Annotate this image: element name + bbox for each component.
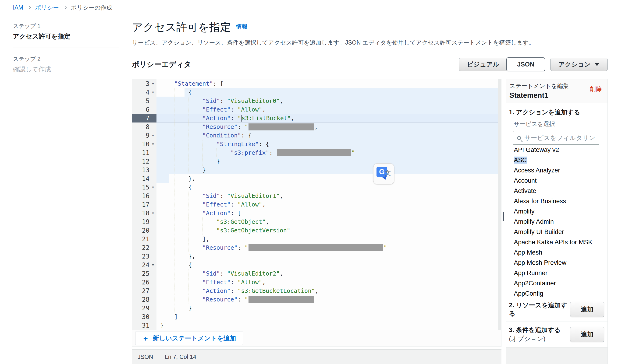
code-line[interactable]: 26"Effect": "Allow", [132,278,501,286]
info-link[interactable]: 情報 [236,23,247,30]
fold-icon[interactable]: ▾ [150,79,156,88]
service-list-items: API Gateway v2ASCAccess AnalyzerAccountA… [514,148,607,297]
code-line-content: "Action": "s3:ListBucket", [156,114,501,122]
service-list-item[interactable]: Amplify Admin [514,217,607,227]
code-line[interactable]: 6"Effect": "Allow", [132,105,501,114]
code-line[interactable]: 28"Resource": " [132,295,501,304]
add-resources-title: 2. リソースを追加する [509,301,570,318]
add-resources-button[interactable]: 追加 [570,302,604,317]
code-line[interactable]: 4▾{ [132,88,501,97]
line-number-gutter: 20 [132,226,156,235]
code-line[interactable]: 25"Sid": "VisualEditor2", [132,269,501,278]
code-line[interactable]: 5"Sid": "VisualEditor0", [132,97,501,105]
code-line-content: "Action": "s3:GetBucketLocation", [156,286,501,295]
line-number-gutter: 27 [132,286,156,295]
editor-mode-controls: ビジュアル JSON アクション [459,57,608,71]
add-conditions-title-main: 3. 条件を追加する [509,326,561,333]
line-number-gutter: 5 [132,97,156,105]
breadcrumb-link-iam[interactable]: IAM [13,4,23,11]
tab-visual[interactable]: ビジュアル [459,58,507,71]
breadcrumb-link-policies[interactable]: ポリシー [35,4,59,12]
service-list-item[interactable]: App Mesh Preview [514,258,607,268]
service-name: Amplify UI Builder [514,228,564,235]
service-name: Account [514,177,537,184]
line-number-gutter: 3▾ [132,79,156,88]
service-list-item[interactable]: Account [514,175,607,186]
code-line[interactable]: 15▾{ [132,183,501,192]
code-line[interactable]: 20"s3:GetObjectVersion" [132,226,501,235]
line-number-gutter: 28 [132,295,156,304]
service-list-item[interactable]: App Mesh [514,247,607,258]
fold-icon[interactable]: ▾ [150,88,156,97]
service-list-item[interactable]: App2Container [514,278,607,288]
editor-vertical-scrollbar[interactable] [498,79,501,330]
service-list-item[interactable]: App Runner [514,268,607,278]
code-line-content: "s3:prefix": " [156,148,501,157]
service-list-item[interactable]: API Gateway v2 [514,148,607,155]
code-area[interactable]: 3▾"Statement": [4▾{5"Sid": "VisualEditor… [132,79,501,330]
add-statement-button[interactable]: ＋ 新しいステートメントを追加 [135,332,243,345]
service-list-item[interactable]: Apache Kafka APIs for MSK [514,237,607,247]
code-line[interactable]: 12} [132,157,501,166]
service-list[interactable]: API Gateway v2ASCAccess AnalyzerAccountA… [506,148,607,297]
actions-dropdown-button[interactable]: アクション [550,58,608,71]
fold-icon[interactable]: ▾ [150,183,156,192]
add-statement-label: 新しいステートメントを追加 [153,334,236,342]
service-list-item[interactable]: Activate [514,186,607,196]
code-line[interactable]: 22"Resource": "" [132,243,501,252]
service-name: Apache Kafka APIs for MSK [514,239,592,246]
line-number-gutter: 15▾ [132,183,156,192]
code-line[interactable]: 9▾"Condition": { [132,131,501,140]
code-line[interactable]: 16"Sid": "VisualEditor1", [132,192,501,200]
breadcrumb-chevron-icon [27,6,31,10]
code-line[interactable]: 13} [132,166,501,174]
service-list-item[interactable]: Amplify UI Builder [514,227,607,237]
code-line[interactable]: 27"Action": "s3:GetBucketLocation", [132,286,501,295]
code-line-content: "Sid": "VisualEditor1", [156,192,501,200]
code-line[interactable]: 10▾"StringLike": { [132,140,501,148]
code-line[interactable]: 3▾"Statement": [ [132,79,501,88]
fold-icon[interactable]: ▾ [150,131,156,140]
service-list-item[interactable]: Access Analyzer [514,165,607,175]
code-line[interactable]: 14}, [132,174,501,183]
line-number-gutter: 12 [132,157,156,166]
service-list-item[interactable]: AppConfig [514,288,607,297]
code-line[interactable]: 23}, [132,252,501,261]
policy-editor-title: ポリシーエディタ [132,60,191,69]
google-translate-icon[interactable]: G 文 [373,163,394,184]
line-number-gutter: 9▾ [132,131,156,140]
service-list-item[interactable]: ASC [514,155,607,165]
service-filter-input[interactable] [524,134,596,142]
code-line-content: "Effect": "Allow", [156,278,501,286]
code-line[interactable]: 8"Resource": ", [132,122,501,131]
add-conditions-button[interactable]: 追加 [570,327,604,342]
code-line[interactable]: 11"s3:prefix": " [132,148,501,157]
page-description: サービス、アクション、リソース、条件を選択してアクセス許可を追加します。JSON… [132,39,608,46]
delete-statement-button[interactable]: 削除 [590,85,602,93]
code-line[interactable]: 24▾{ [132,261,501,269]
line-number-gutter: 26 [132,278,156,286]
code-line[interactable]: 17"Effect": "Allow", [132,200,501,209]
code-line[interactable]: 31} [132,321,501,330]
line-number-gutter: 18▾ [132,209,156,218]
breadcrumb-chevron-icon [63,6,67,10]
code-line[interactable]: 19"s3:GetObject", [132,218,501,226]
line-number-gutter: 16 [132,192,156,200]
code-line-content: }, [156,252,501,261]
tab-json[interactable]: JSON [506,57,545,71]
line-number-gutter: 22 [132,243,156,252]
fold-icon[interactable]: ▾ [150,209,156,218]
code-line[interactable]: 18▾"Action": [ [132,209,501,218]
code-line[interactable]: 7"Action": "s3:ListBucket", [132,114,501,122]
code-line[interactable]: 21], [132,235,501,243]
service-name: API Gateway v2 [514,148,559,153]
resize-handle-icon[interactable] [502,212,504,221]
translate-char-glyph: 文 [385,169,391,177]
fold-icon[interactable]: ▾ [150,261,156,269]
service-list-item[interactable]: Alexa for Business [514,196,607,206]
code-line[interactable]: 30] [132,312,501,321]
fold-icon[interactable]: ▾ [150,140,156,148]
code-line[interactable]: 29} [132,304,501,312]
code-line-content: ] [156,312,501,321]
service-list-item[interactable]: Amplify [514,206,607,217]
